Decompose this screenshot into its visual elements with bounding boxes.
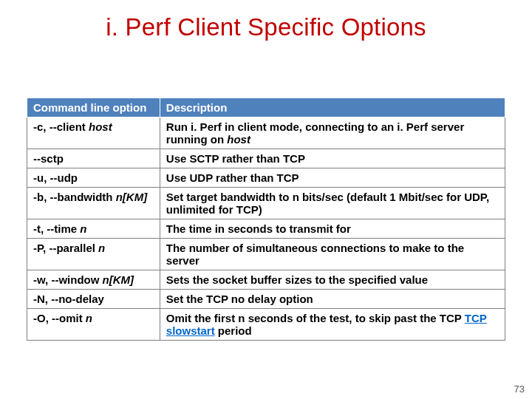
- description-text: Use SCTP rather than TCP: [166, 152, 305, 165]
- cell-option: -c, --client host: [27, 117, 160, 149]
- description-suffix: period: [215, 324, 252, 337]
- table-row: -c, --client host Run i. Perf in client …: [27, 117, 505, 149]
- description-text: Sets the socket buffer sizes to the spec…: [166, 273, 428, 286]
- option-text: -u, --udp: [33, 171, 78, 184]
- description-text: Set target bandwidth to n bits/sec (defa…: [166, 191, 489, 216]
- options-table-wrap: Command line option Description -c, --cl…: [27, 98, 505, 341]
- table-row: -N, --no-delay Set the TCP no delay opti…: [27, 290, 505, 309]
- cell-description: Run i. Perf in client mode, connecting t…: [160, 117, 505, 149]
- table-row: --sctp Use SCTP rather than TCP: [27, 149, 505, 168]
- cell-description: Use SCTP rather than TCP: [160, 149, 505, 168]
- option-text: -P, --parallel: [33, 242, 98, 254]
- option-text: -w, --window: [33, 273, 103, 286]
- table-row: -P, --parallel n The number of simultane…: [27, 239, 505, 270]
- cell-description: The number of simultaneous connections t…: [160, 239, 505, 270]
- table-row: -O, --omit n Omit the first n seconds of…: [27, 309, 505, 341]
- cell-option: -N, --no-delay: [27, 290, 160, 309]
- cell-description: Sets the socket buffer sizes to the spec…: [160, 270, 505, 290]
- cell-description: The time in seconds to transmit for: [160, 219, 505, 239]
- option-text: -O, --omit: [33, 312, 86, 324]
- description-text: The number of simultaneous connections t…: [166, 242, 464, 267]
- option-arg: n: [98, 242, 105, 254]
- slide: i. Perf Client Specific Options Command …: [0, 0, 532, 399]
- cell-option: -b, --bandwidth n[KM]: [27, 188, 160, 219]
- description-text: Use UDP rather than TCP: [166, 171, 299, 184]
- description-text: Run i. Perf in client mode, connecting t…: [166, 120, 464, 146]
- option-text: -N, --no-delay: [33, 293, 104, 305]
- table-row: -t, --time n The time in seconds to tran…: [27, 219, 505, 239]
- table-row: -u, --udp Use UDP rather than TCP: [27, 168, 505, 188]
- description-text: Omit the first n seconds of the test, to…: [166, 312, 465, 324]
- option-arg: n[KM]: [103, 273, 134, 286]
- header-description: Description: [160, 98, 505, 117]
- description-arg: host: [227, 133, 250, 146]
- option-text: -c, --client: [33, 120, 89, 133]
- cell-option: -t, --time n: [27, 219, 160, 239]
- cell-description: Set target bandwidth to n bits/sec (defa…: [160, 188, 505, 219]
- table-header-row: Command line option Description: [27, 98, 505, 117]
- description-text: The time in seconds to transmit for: [166, 222, 351, 235]
- option-arg: n: [80, 222, 86, 235]
- cell-option: -O, --omit n: [27, 309, 160, 341]
- cell-option: -P, --parallel n: [27, 239, 160, 270]
- description-text: Set the TCP no delay option: [166, 293, 313, 305]
- option-arg: n[KM]: [116, 191, 147, 203]
- cell-option: --sctp: [27, 149, 160, 168]
- table-row: -w, --window n[KM] Sets the socket buffe…: [27, 270, 505, 290]
- cell-description: Set the TCP no delay option: [160, 290, 505, 309]
- cell-description: Use UDP rather than TCP: [160, 168, 505, 188]
- option-arg: host: [89, 120, 112, 133]
- option-text: -t, --time: [33, 222, 80, 235]
- table-row: -b, --bandwidth n[KM] Set target bandwid…: [27, 188, 505, 219]
- cell-option: -u, --udp: [27, 168, 160, 188]
- page-title: i. Perf Client Specific Options: [0, 0, 532, 41]
- header-option: Command line option: [27, 98, 160, 117]
- page-number: 73: [514, 383, 525, 395]
- option-arg: n: [86, 312, 92, 324]
- option-text: -b, --bandwidth: [33, 191, 116, 203]
- cell-option: -w, --window n[KM]: [27, 270, 160, 290]
- options-table: Command line option Description -c, --cl…: [27, 98, 505, 341]
- option-text: --sctp: [33, 152, 64, 165]
- cell-description: Omit the first n seconds of the test, to…: [160, 309, 505, 341]
